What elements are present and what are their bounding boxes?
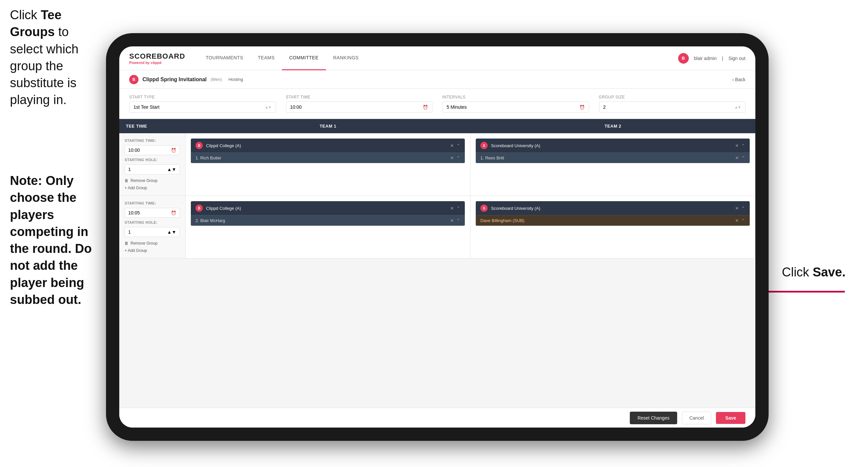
start-time-group: Start Time 10:00 ⏰ (286, 95, 433, 113)
note-bold: Only choose the players competing in the… (10, 174, 92, 307)
chevron-icon-g2t2[interactable]: ⌃ (741, 206, 745, 211)
group-size-group: Group Size 2 ▲▼ (599, 95, 746, 113)
x-icon-g2t2[interactable]: ✕ (735, 206, 739, 211)
note-prefix: Note: (10, 174, 46, 187)
chevron-icon-g2t1[interactable]: ⌃ (457, 206, 460, 211)
group-size-label: Group Size (599, 95, 746, 99)
start-type-label: Start Type (129, 95, 276, 99)
logo-powered: Powered by clippd (129, 61, 185, 65)
start-type-group: Start Type 1st Tee Start ▲▼ (129, 95, 276, 113)
starting-time-label1: STARTING TIME: (125, 139, 180, 143)
player-controls-g2t1p1: ✕ ⌃ (450, 218, 460, 223)
player-entry-g1t2p1[interactable]: 1. Rees Britt ✕ ⌃ (476, 152, 750, 163)
back-button[interactable]: ‹ Back (732, 77, 745, 82)
chevron-icon-player2[interactable]: ⌃ (741, 155, 745, 160)
team-entry-g1t1[interactable]: B Clippd College (A) ✕ ⌃ 1. Rich Butler (191, 139, 465, 163)
nav-rankings[interactable]: RANKINGS (326, 47, 366, 70)
group1-left: STARTING TIME: 10:00 ⏰ STARTING HOLE: 1 … (119, 133, 186, 196)
nav-teams[interactable]: TEAMS (250, 47, 282, 70)
group-row: STARTING TIME: 10:00 ⏰ STARTING HOLE: 1 … (119, 133, 755, 196)
logo: SCOREBOARD Powered by clippd (129, 52, 185, 65)
remove-group-button2[interactable]: 🗑 Remove Group (125, 241, 180, 245)
subheader-icon: B (129, 75, 138, 84)
starting-time-label2: STARTING TIME: (125, 201, 180, 205)
hole-input1[interactable]: 1 ▲▼ (125, 165, 180, 174)
chevron-icon-p-g2t2[interactable]: ⌃ (741, 218, 745, 223)
add-group-button2[interactable]: + Add Group (125, 248, 180, 253)
group2-team1: B Clippd College (A) ✕ ⌃ 2. Blair McHarg (186, 196, 470, 258)
annotation-prefix: Click (10, 8, 41, 22)
team-entry-g2t2[interactable]: S Scoreboard University (A) ✕ ⌃ Dave Bil… (476, 201, 750, 226)
nav-links: TOURNAMENTS TEAMS COMMITTEE RANKINGS (198, 47, 678, 70)
add-group-button1[interactable]: + Add Group (125, 185, 180, 190)
nav-tournaments[interactable]: TOURNAMENTS (198, 47, 250, 70)
player-controls-g1t1p1: ✕ ⌃ (450, 155, 460, 160)
content-area: Start Type 1st Tee Start ▲▼ Start Time 1… (119, 89, 755, 428)
start-time-input[interactable]: 10:00 ⏰ (286, 101, 433, 113)
intervals-group: Intervals 5 Minutes ⏰ (442, 95, 589, 113)
subheader-left: B Clippd Spring Invitational (Men) Hosti… (129, 75, 243, 84)
x-icon-player[interactable]: ✕ (450, 155, 454, 160)
x-icon-p-g2t2[interactable]: ✕ (735, 218, 739, 223)
x-icon-player2[interactable]: ✕ (735, 155, 739, 160)
player-entry-g2t2p1-sub[interactable]: Dave Billingham (SUB) ✕ ⌃ (476, 215, 750, 226)
remove-group-button1[interactable]: 🗑 Remove Group (125, 178, 180, 183)
team-name-g2t1: Clippd College (A) (206, 206, 447, 211)
username: blair admin (694, 56, 717, 61)
chevron-icon-g1t1[interactable]: ⌃ (457, 143, 460, 148)
group-row-2: STARTING TIME: 10:05 ⏰ STARTING HOLE: 1 … (119, 196, 755, 259)
cancel-button[interactable]: Cancel (682, 412, 712, 424)
tablet-screen: SCOREBOARD Powered by clippd TOURNAMENTS… (119, 47, 755, 428)
time-icon1: ⏰ (171, 148, 176, 153)
hole-chevron2: ▲▼ (167, 229, 176, 235)
start-type-chevron: ▲▼ (265, 106, 272, 109)
starting-hole-label2: STARTING HOLE: (125, 221, 180, 224)
group2-team2: S Scoreboard University (A) ✕ ⌃ Dave Bil… (470, 196, 755, 258)
time-icon2: ⏰ (171, 210, 176, 215)
hosting-badge: Hosting (228, 77, 243, 82)
chevron-icon-p-g2t1[interactable]: ⌃ (457, 218, 460, 223)
nav-committee[interactable]: COMMITTEE (282, 47, 326, 70)
team-name-g2t2: Scoreboard University (A) (491, 206, 732, 211)
x-icon-g1t1[interactable]: ✕ (450, 143, 454, 148)
tournament-title: Clippd Spring Invitational (143, 77, 207, 83)
intervals-input[interactable]: 5 Minutes ⏰ (442, 101, 589, 113)
player-entry-g2t1p1[interactable]: 2. Blair McHarg ✕ ⌃ (191, 215, 465, 226)
tee-table: Tee Time Team 1 Team 2 STARTING TIME: 10… (119, 119, 755, 408)
starting-time-input2[interactable]: 10:05 ⏰ (125, 208, 180, 218)
clock-icon-2: ⏰ (580, 105, 585, 110)
save-button[interactable]: Save (716, 412, 745, 424)
start-type-input[interactable]: 1st Tee Start ▲▼ (129, 101, 276, 113)
starting-hole-label1: STARTING HOLE: (125, 158, 180, 162)
x-icon-g2t1[interactable]: ✕ (450, 206, 454, 211)
navbar: SCOREBOARD Powered by clippd TOURNAMENTS… (119, 47, 755, 70)
table-header: Tee Time Team 1 Team 2 (119, 119, 755, 133)
footer: Reset Changes Cancel Save (119, 408, 755, 428)
team-entry-g1t2[interactable]: S Scoreboard University (A) ✕ ⌃ 1. Rees … (476, 139, 750, 163)
team-entry-g2t1[interactable]: B Clippd College (A) ✕ ⌃ 2. Blair McHarg (191, 201, 465, 226)
reset-changes-button[interactable]: Reset Changes (630, 412, 677, 424)
player-controls-g1t2p1: ✕ ⌃ (735, 155, 745, 160)
annotation-note: Note: Only choose the players competing … (0, 172, 113, 308)
team-controls-g2t2: ✕ ⌃ (735, 206, 745, 211)
logo-text: SCOREBOARD (129, 52, 185, 61)
player-entry-g1t1p1[interactable]: 1. Rich Butler ✕ ⌃ (191, 152, 465, 163)
group-size-input[interactable]: 2 ▲▼ (599, 101, 746, 113)
team-name-g1t2: Scoreboard University (A) (491, 143, 732, 148)
hole-input2[interactable]: 1 ▲▼ (125, 227, 180, 237)
nav-user: B blair admin | Sign out (678, 53, 746, 64)
group-size-chevron: ▲▼ (735, 106, 741, 109)
sign-out-link[interactable]: Sign out (728, 56, 745, 61)
group2-left: STARTING TIME: 10:05 ⏰ STARTING HOLE: 1 … (119, 196, 186, 258)
team-icon-g2t2: S (480, 204, 488, 212)
chevron-icon-player[interactable]: ⌃ (457, 155, 460, 160)
gender-tag: (Men) (211, 77, 222, 82)
x-icon-g1t2[interactable]: ✕ (735, 143, 739, 148)
player-controls-g2t2p1: ✕ ⌃ (735, 218, 745, 223)
chevron-icon-g1t2[interactable]: ⌃ (741, 143, 745, 148)
group1-team2: S Scoreboard University (A) ✕ ⌃ 1. Rees … (470, 133, 755, 196)
tablet-frame: SCOREBOARD Powered by clippd TOURNAMENTS… (106, 33, 769, 441)
remove-icon2: 🗑 (125, 241, 128, 245)
starting-time-input1[interactable]: 10:00 ⏰ (125, 145, 180, 155)
x-icon-p-g2t1[interactable]: ✕ (450, 218, 454, 223)
